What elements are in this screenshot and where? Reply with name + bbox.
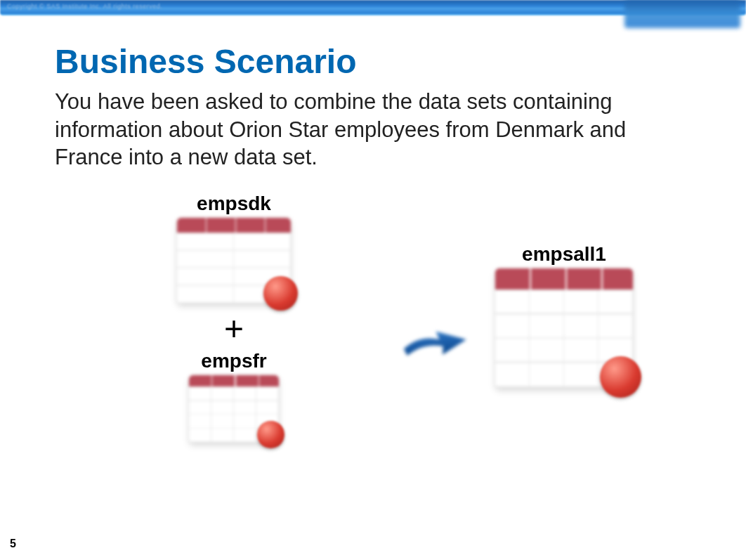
dataset-label-a: empsdk bbox=[157, 193, 311, 215]
dataset-table-icon bbox=[189, 375, 279, 443]
dataset-label-b: empsfr bbox=[157, 350, 311, 372]
diagram-area: empsdk + empsfr bbox=[55, 193, 697, 502]
banner-logo-block bbox=[624, 0, 740, 28]
diagram-output-group: empsall1 bbox=[483, 243, 645, 391]
table-badge-icon bbox=[257, 421, 284, 448]
slide-banner: Copyright © SAS Institute Inc. All right… bbox=[0, 0, 746, 30]
slide-content: Business Scenario You have been asked to… bbox=[0, 30, 746, 502]
slide-title: Business Scenario bbox=[55, 42, 697, 81]
dataset-label-output: empsall1 bbox=[483, 243, 645, 266]
arrow-icon bbox=[399, 325, 469, 360]
dataset-table-icon bbox=[495, 268, 633, 388]
page-number: 5 bbox=[10, 538, 16, 550]
slide-body-text: You have been asked to combine the data … bbox=[55, 88, 687, 171]
table-badge-icon bbox=[263, 276, 298, 311]
table-badge-icon bbox=[600, 356, 641, 398]
diagram-inputs-group: empsdk + empsfr bbox=[157, 193, 311, 445]
banner-copyright: Copyright © SAS Institute Inc. All right… bbox=[7, 3, 162, 10]
plus-operator: + bbox=[157, 312, 311, 346]
dataset-table-icon bbox=[177, 218, 291, 304]
